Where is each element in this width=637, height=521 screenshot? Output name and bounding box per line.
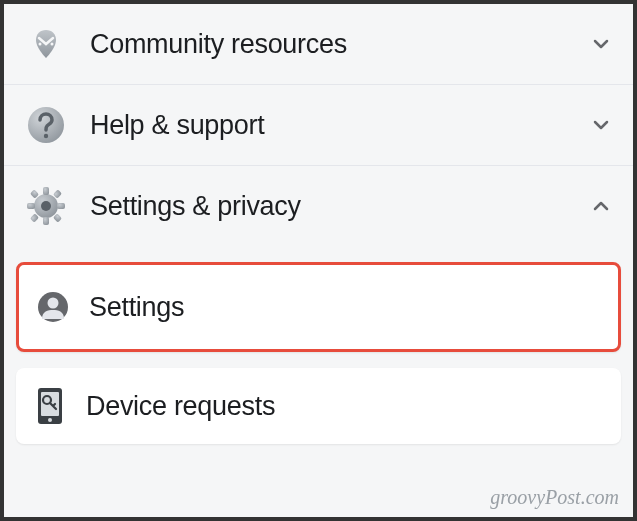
person-icon (35, 289, 71, 325)
gear-icon (24, 184, 68, 228)
svg-point-18 (48, 418, 52, 422)
chevron-up-icon (589, 194, 613, 218)
chevron-down-icon (589, 113, 613, 137)
menu-item-community-resources[interactable]: Community resources (4, 4, 633, 85)
svg-rect-8 (57, 203, 65, 209)
watermark: groovyPost.com (490, 486, 619, 509)
menu-item-help-support[interactable]: Help & support (4, 85, 633, 166)
question-icon (24, 103, 68, 147)
svg-rect-5 (43, 187, 49, 195)
settings-menu-container: Community resources Help & support (0, 0, 637, 521)
svg-point-13 (41, 201, 51, 211)
svg-rect-12 (53, 213, 62, 222)
svg-point-1 (51, 43, 54, 46)
svg-rect-9 (30, 189, 39, 198)
svg-rect-10 (53, 189, 62, 198)
menu-item-settings-privacy[interactable]: Settings & privacy (4, 166, 633, 246)
submenu-item-device-requests[interactable]: Device requests (16, 368, 621, 444)
svg-point-0 (39, 43, 42, 46)
submenu-label: Device requests (86, 391, 275, 422)
svg-rect-6 (43, 217, 49, 225)
device-key-icon (32, 388, 68, 424)
svg-point-15 (48, 298, 59, 309)
menu-label: Help & support (90, 110, 589, 141)
svg-rect-11 (30, 213, 39, 222)
svg-point-3 (44, 134, 48, 138)
settings-privacy-submenu: Settings Device requests (4, 246, 633, 480)
handshake-icon (24, 22, 68, 66)
svg-rect-7 (27, 203, 35, 209)
submenu-item-settings[interactable]: Settings (16, 262, 621, 352)
submenu-label: Settings (89, 292, 184, 323)
menu-label: Settings & privacy (90, 191, 589, 222)
menu-label: Community resources (90, 29, 589, 60)
chevron-down-icon (589, 32, 613, 56)
